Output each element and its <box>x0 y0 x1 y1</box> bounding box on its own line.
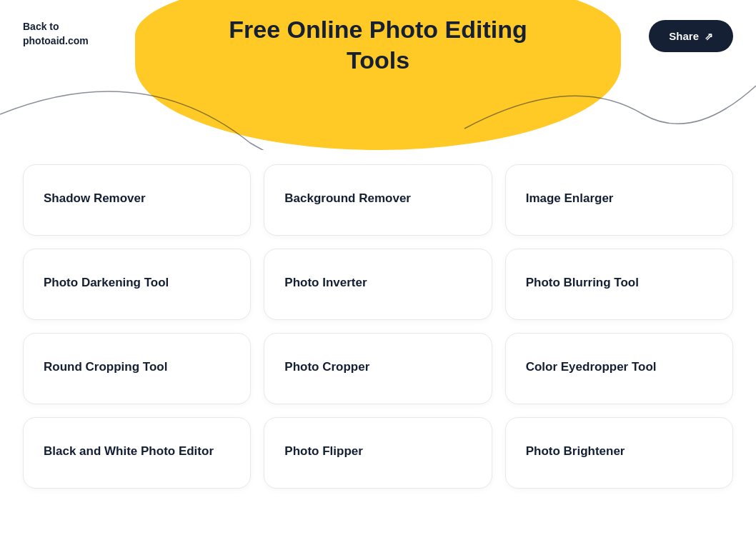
tool-card-label: Background Remover <box>284 191 411 207</box>
share-icon: ⇗ <box>705 31 713 42</box>
tools-grid: Shadow RemoverBackground RemoverImage En… <box>0 150 756 517</box>
tool-card-background-remover[interactable]: Background Remover <box>264 164 492 236</box>
tool-card-label: Round Cropping Tool <box>44 359 167 376</box>
back-link[interactable]: Back to photoaid.com <box>23 20 89 48</box>
tool-card-label: Shadow Remover <box>44 191 146 207</box>
tool-card-label: Photo Blurring Tool <box>526 275 639 291</box>
share-label: Share <box>669 30 699 42</box>
tool-card-photo-blurring-tool[interactable]: Photo Blurring Tool <box>505 249 733 320</box>
tool-card-black-and-white-photo-editor[interactable]: Black and White Photo Editor <box>23 417 251 489</box>
header: Back to photoaid.com Free Online Photo E… <box>0 0 756 150</box>
tool-card-photo-cropper[interactable]: Photo Cropper <box>264 333 492 404</box>
share-button[interactable]: Share ⇗ <box>649 20 733 52</box>
tool-card-color-eyedropper-tool[interactable]: Color Eyedropper Tool <box>505 333 733 404</box>
tool-card-label: Color Eyedropper Tool <box>526 359 657 376</box>
tool-card-shadow-remover[interactable]: Shadow Remover <box>23 164 251 236</box>
tool-card-round-cropping-tool[interactable]: Round Cropping Tool <box>23 333 251 404</box>
tool-card-label: Photo Flipper <box>284 444 363 460</box>
tool-card-label: Photo Cropper <box>284 359 369 376</box>
tool-card-label: Photo Brightener <box>526 444 625 460</box>
tool-card-label: Photo Darkening Tool <box>44 275 169 291</box>
page-title: Free Online Photo Editing Tools <box>228 14 528 75</box>
tool-card-label: Photo Inverter <box>284 275 367 291</box>
tool-card-photo-darkening-tool[interactable]: Photo Darkening Tool <box>23 249 251 320</box>
tool-card-label: Image Enlarger <box>526 191 614 207</box>
tool-card-photo-flipper[interactable]: Photo Flipper <box>264 417 492 489</box>
tool-card-image-enlarger[interactable]: Image Enlarger <box>505 164 733 236</box>
tool-card-label: Black and White Photo Editor <box>44 444 214 460</box>
tool-card-photo-brightener[interactable]: Photo Brightener <box>505 417 733 489</box>
tool-card-photo-inverter[interactable]: Photo Inverter <box>264 249 492 320</box>
